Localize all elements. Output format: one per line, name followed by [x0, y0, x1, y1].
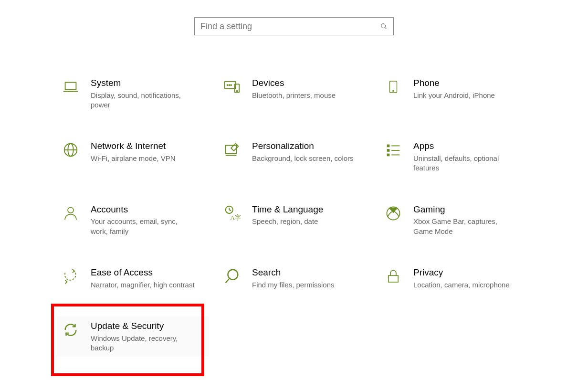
tile-update-security[interactable]: Update & Security Windows Update, recove… — [56, 317, 209, 357]
laptop-icon — [61, 77, 80, 96]
tile-title: Apps — [413, 140, 518, 152]
svg-rect-31 — [388, 275, 398, 282]
tile-subtitle: Narrator, magnifier, high contrast — [91, 280, 195, 290]
devices-icon — [222, 77, 242, 96]
tile-title: Time & Language — [252, 204, 323, 215]
tile-title: Update & Security — [91, 320, 196, 332]
paintbrush-icon — [222, 140, 242, 159]
tile-subtitle: Uninstall, defaults, optional features — [413, 154, 518, 173]
tile-subtitle: Windows Update, recovery, backup — [91, 334, 196, 353]
tile-title: Devices — [252, 77, 336, 89]
tile-subtitle: Your accounts, email, sync, work, family — [91, 217, 196, 236]
tile-personalization[interactable]: Personalization Background, lock screen,… — [218, 137, 370, 177]
tile-title: Accounts — [91, 204, 196, 215]
tile-subtitle: Bluetooth, printers, mouse — [252, 91, 336, 100]
svg-point-29 — [228, 270, 238, 280]
search-box[interactable] — [194, 17, 394, 35]
svg-point-0 — [381, 24, 386, 28]
tile-subtitle: Location, camera, microphone — [413, 280, 510, 290]
tile-title: Network & Internet — [91, 140, 176, 152]
tile-system[interactable]: System Display, sound, notifications, po… — [56, 74, 209, 114]
tile-gaming[interactable]: Gaming Xbox Game Bar, captures, Game Mod… — [379, 200, 532, 240]
globe-icon — [61, 140, 80, 159]
tile-subtitle: Xbox Game Bar, captures, Game Mode — [413, 217, 518, 236]
tile-title: Phone — [413, 77, 495, 89]
phone-icon — [384, 77, 403, 96]
tile-title: System — [91, 77, 196, 89]
svg-text:A字: A字 — [230, 214, 241, 221]
svg-point-5 — [227, 84, 228, 85]
svg-point-23 — [68, 207, 74, 213]
tile-title: Personalization — [252, 140, 354, 152]
svg-rect-21 — [387, 154, 390, 157]
svg-point-6 — [229, 84, 230, 85]
tile-search[interactable]: Search Find my files, permissions — [218, 263, 370, 294]
svg-point-7 — [231, 84, 231, 85]
tile-title: Search — [252, 267, 335, 278]
tile-apps[interactable]: Apps Uninstall, defaults, optional featu… — [379, 137, 532, 177]
svg-line-30 — [226, 279, 230, 283]
ease-of-access-icon — [61, 267, 80, 286]
tile-subtitle: Find my files, permissions — [252, 280, 335, 290]
svg-rect-2 — [65, 83, 76, 90]
tile-time-language[interactable]: A字 Time & Language Speech, region, date — [218, 200, 370, 240]
xbox-icon — [384, 204, 403, 223]
svg-point-9 — [237, 91, 238, 92]
tile-privacy[interactable]: Privacy Location, camera, microphone — [379, 263, 532, 294]
tile-network[interactable]: Network & Internet Wi-Fi, airplane mode,… — [56, 137, 209, 177]
magnifier-icon — [222, 267, 242, 286]
tile-ease-of-access[interactable]: Ease of Access Narrator, magnifier, high… — [56, 263, 209, 294]
search-input[interactable] — [200, 21, 380, 32]
svg-rect-17 — [387, 145, 390, 148]
tile-title: Ease of Access — [91, 267, 195, 278]
svg-line-26 — [229, 210, 231, 211]
lock-icon — [384, 267, 403, 286]
tile-devices[interactable]: Devices Bluetooth, printers, mouse — [218, 74, 370, 114]
apps-list-icon — [384, 140, 403, 159]
tile-phone[interactable]: Phone Link your Android, iPhone — [379, 74, 532, 114]
settings-grid: System Display, sound, notifications, po… — [55, 74, 533, 357]
tile-subtitle: Wi-Fi, airplane mode, VPN — [91, 154, 176, 163]
tile-title: Gaming — [413, 204, 518, 215]
svg-point-11 — [393, 90, 394, 91]
svg-line-1 — [385, 28, 387, 29]
tile-subtitle: Display, sound, notifications, power — [91, 91, 196, 110]
tile-subtitle: Speech, region, date — [252, 217, 323, 226]
tile-subtitle: Background, lock screen, colors — [252, 154, 354, 163]
svg-rect-19 — [387, 149, 390, 152]
sync-icon — [61, 320, 80, 339]
tile-title: Privacy — [413, 267, 510, 278]
tile-accounts[interactable]: Accounts Your accounts, email, sync, wor… — [56, 200, 209, 240]
tile-subtitle: Link your Android, iPhone — [413, 91, 495, 100]
time-language-icon: A字 — [222, 204, 242, 223]
search-bar-wrap — [0, 0, 588, 35]
person-icon — [61, 204, 80, 223]
search-icon — [380, 22, 388, 30]
